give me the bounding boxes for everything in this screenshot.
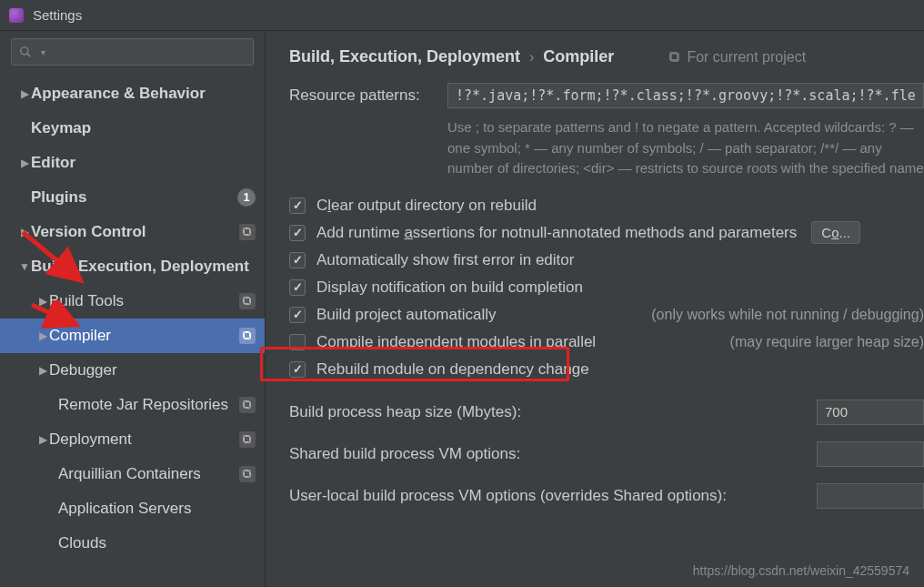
watermark: https://blog.csdn.net/weixin_42559574 — [693, 563, 909, 578]
check-label: Clear output directory on rebuild — [316, 197, 537, 215]
sidebar-item-appearance[interactable]: ▶Appearance & Behavior — [0, 76, 265, 111]
chevron-icon: ▶ — [18, 87, 31, 100]
project-scope-icon — [239, 224, 256, 240]
sidebar-item-debugger[interactable]: ▶Debugger — [0, 353, 265, 388]
check-label: Display notification on build completion — [316, 278, 583, 297]
checkbox-icon[interactable] — [289, 225, 306, 241]
chevron-icon: ▶ — [18, 157, 31, 169]
breadcrumb: Build, Execution, Deployment › Compiler — [289, 47, 614, 66]
userlocal-vm-label: User-local build process VM options (ove… — [289, 487, 817, 505]
sidebar-item-app-servers[interactable]: Application Servers — [0, 491, 265, 526]
check-show-first-error[interactable]: Automatically show first error in editor — [289, 247, 924, 274]
search-field[interactable] — [45, 45, 246, 59]
window-title: Settings — [33, 7, 82, 23]
check-label: Rebuild module on dependency change — [316, 360, 589, 379]
titlebar: Settings — [0, 0, 924, 31]
resource-patterns-hint: Use ; to separate patterns and ! to nega… — [289, 117, 924, 179]
check-label: Build project automatically — [316, 306, 496, 324]
check-build-auto[interactable]: Build project automatically (only works … — [289, 301, 924, 329]
userlocal-vm-input[interactable] — [817, 483, 924, 509]
checkbox-icon[interactable] — [289, 252, 306, 268]
resource-patterns-input[interactable] — [447, 83, 924, 108]
check-compile-parallel[interactable]: Compile independent modules in parallel … — [289, 329, 924, 356]
sidebar-item-version-control[interactable]: ▶Version Control — [0, 215, 265, 249]
check-label: Automatically show first error in editor — [316, 251, 574, 269]
checkbox-icon[interactable] — [289, 279, 306, 296]
sidebar-item-clouds[interactable]: Clouds — [0, 526, 265, 561]
project-scope-icon — [239, 328, 256, 344]
chevron-icon: ▶ — [36, 433, 49, 446]
settings-tree: ▶Appearance & Behavior Keymap ▶Editor Pl… — [0, 73, 265, 561]
settings-sidebar: ▾ ▶Appearance & Behavior Keymap ▶Editor … — [0, 31, 266, 587]
checkbox-icon[interactable] — [289, 197, 306, 214]
checkbox-icon[interactable] — [289, 334, 306, 350]
check-runtime-assertions[interactable]: Add runtime assertions for notnull-annot… — [289, 219, 924, 247]
sidebar-item-editor[interactable]: ▶Editor — [0, 146, 265, 180]
heap-size-label: Build process heap size (Mbytes): — [289, 403, 817, 421]
sidebar-item-arquillian[interactable]: Arquillian Containers — [0, 457, 265, 491]
sidebar-item-build-execution[interactable]: ▼Build, Execution, Deployment — [0, 249, 265, 284]
sidebar-item-remote-jar[interactable]: Remote Jar Repositories — [0, 388, 265, 422]
check-note: (only works while not running / debuggin… — [633, 307, 924, 323]
check-rebuild-dependency[interactable]: Rebuild module on dependency change — [289, 356, 924, 383]
app-icon — [9, 8, 24, 23]
check-label: Add runtime assertions for notnull-annot… — [316, 224, 797, 242]
sidebar-item-compiler[interactable]: ▶Compiler — [0, 319, 265, 353]
check-note: (may require larger heap size) — [712, 334, 924, 350]
chevron-icon: ▶ — [36, 364, 49, 377]
settings-content: Build, Execution, Deployment › Compiler … — [266, 31, 924, 587]
check-clear-output[interactable]: Clear output directory on rebuild — [289, 192, 924, 219]
check-label: Compile independent modules in parallel — [316, 333, 596, 351]
sidebar-item-keymap[interactable]: Keymap — [0, 111, 265, 146]
checkbox-icon[interactable] — [289, 307, 306, 323]
breadcrumb-segment: Compiler — [543, 47, 614, 66]
project-scope-icon — [239, 397, 256, 413]
checkbox-icon[interactable] — [289, 361, 306, 378]
configure-annotations-button[interactable]: Co... — [811, 221, 860, 244]
plugins-badge: 1 — [237, 188, 256, 207]
shared-vm-input[interactable] — [817, 441, 924, 467]
heap-size-input[interactable] — [817, 400, 924, 425]
sidebar-item-build-tools[interactable]: ▶Build Tools — [0, 284, 265, 319]
chevron-down-icon: ▼ — [18, 260, 31, 273]
chevron-icon: ▶ — [36, 295, 49, 308]
for-project-label: For current project — [668, 49, 806, 66]
sidebar-item-plugins[interactable]: Plugins1 — [0, 180, 265, 215]
chevron-icon: ▶ — [36, 329, 49, 342]
project-scope-icon — [239, 431, 256, 448]
breadcrumb-sep-icon: › — [529, 49, 534, 66]
check-display-notification[interactable]: Display notification on build completion — [289, 274, 924, 301]
svg-line-1 — [27, 54, 31, 57]
shared-vm-label: Shared build process VM options: — [289, 445, 817, 463]
project-scope-icon — [239, 293, 256, 309]
project-scope-icon — [239, 466, 256, 482]
search-input[interactable]: ▾ — [11, 38, 254, 66]
breadcrumb-segment[interactable]: Build, Execution, Deployment — [289, 47, 520, 66]
resource-patterns-label: Resource patterns: — [289, 83, 447, 105]
sidebar-item-deployment[interactable]: ▶Deployment — [0, 422, 265, 457]
chevron-icon: ▶ — [18, 226, 31, 238]
svg-point-0 — [21, 47, 28, 55]
